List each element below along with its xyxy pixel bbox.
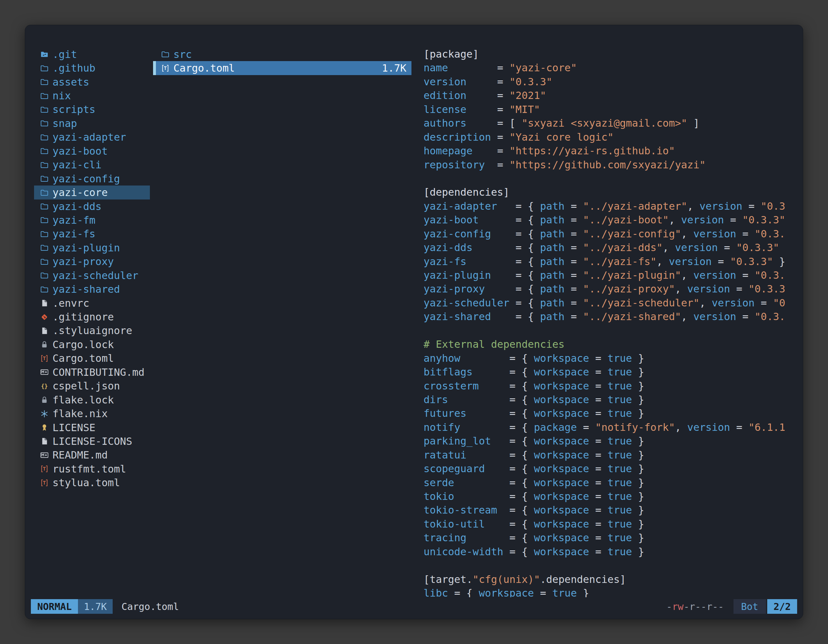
file-size-badge: 1.7K [78,599,112,614]
parent-file-row[interactable]: .git [34,47,150,61]
preview-line: dirs = { workspace = true } [423,393,799,407]
parent-file-row[interactable]: yazi-cli [34,158,150,172]
preview-line: yazi-proxy = { path = "../yazi-proxy", v… [423,282,799,296]
file-name: flake.nix [52,407,108,420]
parent-file-row[interactable]: LICENSE [34,421,150,434]
preview-line: description = "Yazi core logic" [423,130,799,144]
file-name: assets [52,76,89,88]
preview-line: bitflags = { workspace = true } [423,365,799,379]
file-name: stylua.toml [52,476,120,489]
folder-icon [39,133,50,142]
folder-icon [39,147,50,155]
file-name: cspell.json [52,380,120,392]
parent-file-row[interactable]: yazi-adapter [34,130,150,144]
scroll-position-label: Bot [734,599,766,614]
file-name: yazi-cli [52,159,102,171]
parent-file-row[interactable]: yazi-fm [34,213,150,227]
parent-file-row[interactable]: CONTRIBUTING.md [34,365,150,379]
folder-icon [160,50,171,58]
current-file-row[interactable]: Cargo.toml1.7K [153,61,411,75]
file-name: yazi-proxy [52,255,114,268]
parent-file-row[interactable]: snap [34,116,150,130]
file-name: yazi-adapter [52,131,126,143]
preview-line [423,172,799,185]
current-file-row[interactable]: src [153,47,411,61]
file-name: yazi-fs [52,228,96,240]
toml-icon [39,478,50,487]
parent-file-row[interactable]: Cargo.toml [34,352,150,365]
parent-file-row[interactable]: assets [34,75,150,89]
file-name: yazi-core [52,186,108,199]
parent-file-row[interactable]: Cargo.lock [34,338,150,351]
preview-pane: [package]name = "yazi-core"version = "0.… [423,47,799,597]
parent-file-row[interactable]: yazi-config [34,172,150,185]
parent-file-row[interactable]: .gitignore [34,310,150,324]
parent-file-row[interactable]: flake.nix [34,407,150,420]
toml-icon [39,465,50,473]
preview-line: repository = "https://github.com/sxyazi/… [423,158,799,172]
preview-line [423,559,799,572]
parent-file-row[interactable]: nix [34,89,150,102]
parent-file-row[interactable]: scripts [34,103,150,116]
preview-line: yazi-scheduler = { path = "../yazi-sched… [423,296,799,310]
preview-line: homepage = "https://yazi-rs.github.io" [423,144,799,158]
folder-icon [39,92,50,100]
file-name: Cargo.toml [173,62,235,74]
folder-icon [39,230,50,238]
yazi-terminal-window: .git.githubassetsnixscriptssnapyazi-adap… [25,25,803,619]
file-name: yazi-fm [52,214,96,226]
file-name: yazi-config [52,173,120,185]
cursor-position-badge: 2/2 [767,599,797,614]
parent-file-row[interactable]: yazi-plugin [34,241,150,255]
parent-file-row[interactable]: flake.lock [34,393,150,407]
preview-line: tokio = { workspace = true } [423,490,799,503]
file-permissions: -rw-r--r-- [666,601,724,612]
preview-line: yazi-shared = { path = "../yazi-shared",… [423,310,799,324]
status-bar: NORMAL 1.7K Cargo.toml -rw-r--r-- Bot 2/… [31,599,797,614]
parent-file-row[interactable]: .github [34,61,150,75]
parent-file-row[interactable]: yazi-proxy [34,255,150,268]
parent-file-row[interactable]: .styluaignore [34,324,150,338]
parent-file-row[interactable]: LICENSE-ICONS [34,434,150,448]
file-name: rustfmt.toml [52,463,126,475]
parent-file-row[interactable]: yazi-fs [34,227,150,241]
preview-line: crossterm = { workspace = true } [423,379,799,393]
file-name: scripts [52,103,96,116]
preview-line: tracing = { workspace = true } [423,531,799,545]
file-name: yazi-boot [52,145,108,157]
current-pane: srcCargo.toml1.7K [153,47,411,597]
preview-line: [package] [423,47,799,61]
parent-file-row[interactable]: yazi-shared [34,282,150,296]
preview-line: yazi-boot = { path = "../yazi-boot", ver… [423,213,799,227]
file-name: yazi-dds [52,201,102,213]
file-name: .gitignore [52,311,114,323]
status-file-name: Cargo.toml [122,601,179,612]
folder-icon [39,78,50,86]
parent-file-row[interactable]: stylua.toml [34,476,150,490]
file-name: .styluaignore [52,324,132,337]
file-name: flake.lock [52,394,114,406]
markdown-icon [39,368,50,376]
parent-file-row[interactable]: .envrc [34,296,150,310]
parent-file-row[interactable]: rustfmt.toml [34,462,150,476]
status-right: -rw-r--r-- Bot 2/2 [666,599,797,614]
file-name: yazi-shared [52,283,120,295]
parent-file-row[interactable]: yazi-dds [34,199,150,213]
parent-file-row[interactable]: README.md [34,448,150,462]
parent-file-row[interactable]: yazi-boot [34,144,150,158]
preview-line: [target."cfg(unix)".dependencies] [423,573,799,586]
preview-line: futures = { workspace = true } [423,407,799,420]
file-name: yazi-scheduler [52,270,138,282]
file-name: .git [52,49,77,60]
preview-line: yazi-adapter = { path = "../yazi-adapter… [423,199,799,213]
parent-file-row[interactable]: {}cspell.json [34,379,150,393]
folder-icon [39,216,50,224]
folder-icon [39,202,50,211]
preview-line: authors = [ "sxyazi <sxyazi@gmail.com>" … [423,116,799,130]
parent-file-row[interactable]: yazi-core [34,185,150,199]
folder-icon [39,105,50,114]
folder-icon [39,271,50,280]
git-icon [39,313,50,321]
parent-file-row[interactable]: yazi-scheduler [34,268,150,282]
preview-line: yazi-plugin = { path = "../yazi-plugin",… [423,268,799,282]
